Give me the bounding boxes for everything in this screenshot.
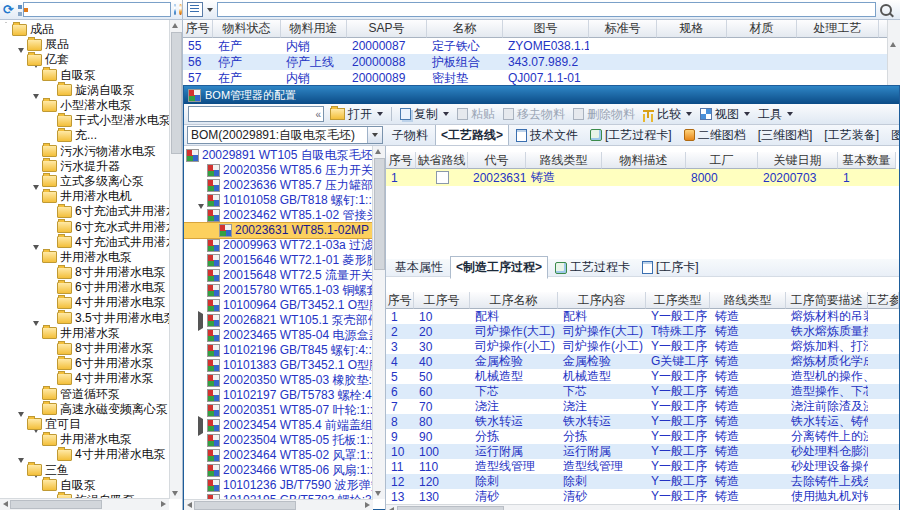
column-header[interactable]: 工序简要描述 — [786, 292, 868, 309]
tree-item[interactable]: 4寸充油式井用潜水电机 — [0, 235, 169, 250]
operation-row[interactable]: 440金属检验金属检验G关键工序铸造熔炼材质化学成.. — [386, 354, 899, 369]
bom-tree-item[interactable]: 20009963 WT72.1-03a 过滤网:1:: — [184, 238, 373, 253]
org-tree-icon[interactable] — [17, 4, 20, 16]
material-table-vscrollbar[interactable] — [887, 20, 900, 85]
expand-arrow-icon[interactable] — [33, 326, 40, 340]
tree-item[interactable]: 井用潜水泵 — [0, 326, 169, 341]
operation-row[interactable]: 330司炉操作(小工)司炉操作(小工)Y一般工序铸造熔炼加料、打渣.. — [386, 339, 899, 354]
operation-row[interactable]: 550机械造型机械造型Y一般工序铸造造型机的操作、.. — [386, 369, 899, 384]
search-icon[interactable] — [880, 4, 892, 16]
tree-item[interactable]: 8寸井用潜水电泵 — [0, 265, 169, 280]
bom-tree-item[interactable]: 10101236 JB/T7590 波形弹簧:1::D35 — [184, 478, 373, 493]
expand-arrow-icon[interactable] — [33, 478, 40, 492]
tree-item[interactable]: 亿套 — [0, 52, 169, 67]
tree-item[interactable]: 4寸井用潜水电泵 — [0, 447, 169, 462]
bom-tree-item[interactable]: 20015646 WT72.1-01 菱形胶垫:1:: — [184, 253, 373, 268]
column-header[interactable]: 工序号 — [414, 292, 470, 309]
bom-tree-item[interactable]: 10101383 GB/T3452.1 O型胶圈:2::115X1.8 — [184, 358, 373, 373]
tree-item[interactable]: 三鱼 — [0, 462, 169, 477]
column-header[interactable]: 图号 — [503, 20, 589, 38]
bom-tree-item[interactable]: 20023464 WT85-02 风罩:1:: — [184, 448, 373, 463]
tree-item[interactable]: 自吸泵 — [0, 478, 169, 493]
column-header[interactable]: 物料用途 — [281, 20, 347, 38]
tree-item[interactable]: 6寸井用潜水泵 — [0, 356, 169, 371]
tree-item[interactable]: 6寸充油式井用潜水电机 — [0, 204, 169, 219]
table-row[interactable]: 56停产停产上线20000088护板组合343.07.989.2 — [183, 54, 900, 70]
bom-tree-item[interactable]: 20020356 WT85.6 压力开关:1:: — [184, 163, 373, 178]
operation-row[interactable]: 110配料配料Y一般工序铸造熔炼材料的吊装.. — [386, 309, 899, 324]
default-route-checkbox[interactable] — [436, 171, 449, 184]
bom-tree-item[interactable]: 10102196 GB/T845 螺钉:4::ST2.9X35 — [184, 343, 373, 358]
combo-dropdown-icon[interactable] — [367, 127, 382, 143]
operations-hscrollbar[interactable] — [386, 504, 899, 510]
column-header[interactable]: 代号 — [468, 152, 526, 169]
tree-item[interactable]: 8寸井用潜水泵 — [0, 341, 169, 356]
bom-tree-item[interactable]: 20023466 WT85-06 风扇:1:: — [184, 463, 373, 478]
column-header[interactable]: 关键日期 — [758, 152, 838, 169]
bom-tree-item[interactable]: 10101058 GB/T818 螺钉:1::M4X8 — [184, 193, 373, 208]
tree-item[interactable]: 成品 — [0, 22, 169, 37]
column-header[interactable]: 序号 — [183, 20, 213, 38]
expand-arrow-icon[interactable] — [33, 99, 40, 113]
tree-item[interactable]: 干式小型潜水电泵 — [0, 113, 169, 128]
tree-item[interactable]: 污水提升器 — [0, 159, 169, 174]
column-header[interactable]: 工厂 — [686, 152, 758, 169]
expand-arrow-icon[interactable] — [198, 314, 205, 328]
tree-item[interactable]: 宜可目 — [0, 417, 169, 432]
refresh-icon[interactable]: ⟳ — [3, 4, 14, 16]
tree-item[interactable]: 旋涡自吸泵 — [0, 83, 169, 98]
column-header[interactable]: 物料描述 — [602, 152, 686, 169]
compare-button[interactable]: 比较 — [643, 106, 692, 123]
column-header[interactable]: 路线类型 — [710, 292, 786, 309]
bom-tree-item[interactable]: 20015780 WT65.1-03 铜螺套:1:: — [184, 283, 373, 298]
bom-tab[interactable]: 技术文件 — [511, 125, 583, 145]
round-orange-button[interactable] — [179, 4, 182, 15]
expand-arrow-icon[interactable] — [18, 417, 25, 431]
bom-tree-item[interactable]: 20015648 WT72.5 流量开关:1:: — [184, 268, 373, 283]
tree-item[interactable]: 充... — [0, 128, 169, 143]
tree-item[interactable]: 6寸充水式井用潜水电机 — [0, 219, 169, 234]
expand-arrow-icon[interactable] — [3, 23, 10, 37]
tools-button[interactable]: 工具 — [758, 106, 793, 123]
bom-tab[interactable]: 子物料 — [387, 125, 433, 145]
tree-item[interactable]: 4寸井用潜水泵 — [0, 371, 169, 386]
bom-window-titlebar[interactable]: BOM管理器的配置 — [184, 86, 899, 104]
operation-row[interactable]: 12120除刺除刺Y一般工序铸造去除铸件上残余.. — [386, 474, 899, 489]
expand-arrow-icon[interactable] — [33, 250, 40, 264]
column-header[interactable]: 材质 — [727, 20, 797, 38]
column-header[interactable]: 工序内容 — [558, 292, 646, 309]
column-header[interactable]: SAP号 — [347, 20, 427, 38]
bom-tab[interactable]: [三维图档] — [753, 125, 818, 145]
bom-tab[interactable]: [工艺装备] — [819, 125, 884, 145]
operation-row[interactable]: 770浇注浇注Y一般工序铸造浇注前除渣及浇.. — [386, 399, 899, 414]
tree-filter-input[interactable] — [23, 2, 171, 17]
bom-tree-item[interactable]: 20023504 WT85-05 托板:1:: — [184, 433, 373, 448]
bom-tab[interactable]: <工艺路线> — [435, 125, 509, 145]
column-header[interactable]: 工序类型 — [646, 292, 710, 309]
bom-tree-item[interactable]: 10102197 GB/T5783 螺栓:4::M6X25 — [184, 388, 373, 403]
tree-item[interactable]: 3.5寸井用潜水电泵 — [0, 311, 169, 326]
column-header[interactable]: 缺省路线 — [416, 152, 468, 169]
tree-item[interactable]: 小型潜水电泵 — [0, 98, 169, 113]
column-header[interactable]: 规格 — [657, 20, 727, 38]
tree-item[interactable]: 井用潜水电泵 — [0, 250, 169, 265]
expand-arrow-icon[interactable] — [18, 53, 25, 67]
tree-item[interactable]: 污水污物潜水电泵 — [0, 144, 169, 159]
bom-tab[interactable]: 图纸查询 — [886, 125, 899, 145]
bom-tree-item[interactable]: 10100964 GB/T3452.1 O型胶圈:1::20X3.55 — [184, 298, 373, 313]
tree-item[interactable]: 自吸泵 — [0, 68, 169, 83]
column-header[interactable]: 序号 — [386, 292, 414, 309]
column-header[interactable]: 路线类型 — [526, 152, 602, 169]
bom-selector-combo[interactable]: BOM(20029891:自吸电泵毛坯) — [187, 126, 383, 144]
column-header[interactable]: 名称 — [427, 20, 503, 38]
category-tree-vscrollbar[interactable] — [169, 20, 182, 499]
bom-tree-item[interactable]: 20023631 WT85.1-02MP 管接头毛坯:1:: — [184, 223, 373, 238]
expand-arrow-icon[interactable] — [18, 463, 25, 477]
column-header[interactable]: 处理工艺 — [797, 20, 879, 38]
tree-item[interactable]: 立式多级离心泵 — [0, 174, 169, 189]
view-button[interactable]: 视图 — [700, 106, 750, 123]
tree-item[interactable]: 井用潜水电泵 — [0, 432, 169, 447]
operation-row[interactable]: 11110造型线管理造型线管理Y一般工序铸造砂处理设备操作.. — [386, 459, 899, 474]
column-header[interactable]: 工序名称 — [470, 292, 558, 309]
detail-tab[interactable]: 基本属性 — [390, 257, 448, 278]
